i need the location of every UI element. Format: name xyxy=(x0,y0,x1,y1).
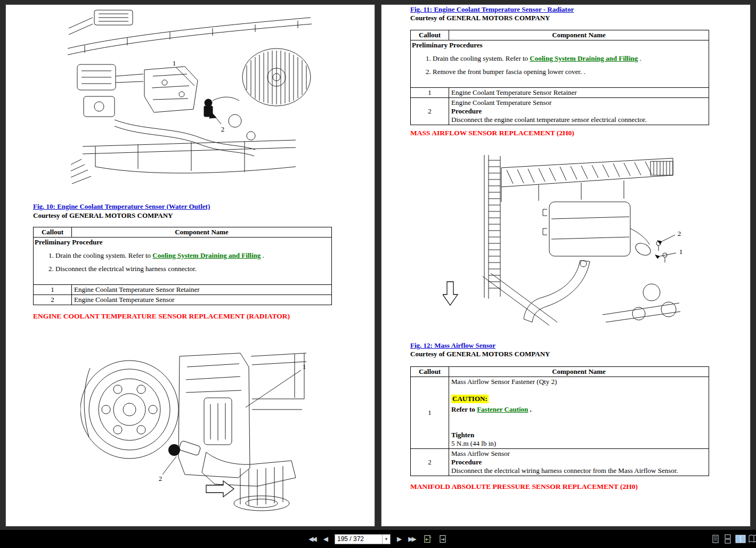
fig12-callout-2: 2 xyxy=(678,230,681,238)
fig10-callout-1: 1 xyxy=(173,59,176,67)
callout-header: Callout xyxy=(411,367,449,377)
callout-header: Callout xyxy=(34,227,72,238)
component-name-header: Component Name xyxy=(72,227,332,238)
pdf-viewer: 1 2 Fig. 10: Engine Coolant Temperature … xyxy=(0,0,756,548)
tighten-value: 5 N.m (44 lb in) xyxy=(451,439,706,448)
next-page-icon[interactable]: ▶ xyxy=(397,536,402,542)
page-spread: 1 2 Fig. 10: Engine Coolant Temperature … xyxy=(0,0,756,530)
refer-line: Refer to Fastener Caution . xyxy=(451,405,706,414)
bottom-toolbar: ◀◀ ◀ ▾ ▶ ▶▶ xyxy=(0,530,756,548)
table-header-row: Callout Component Name xyxy=(411,30,709,40)
next-view-icon[interactable] xyxy=(438,535,448,544)
fig12-callout-1: 1 xyxy=(679,248,683,256)
procedure-text: Disconnect the electrical wiring harness… xyxy=(451,467,706,475)
table-row: 1 Mass Airflow Sensor Fastener (Qty 2) C… xyxy=(411,377,709,449)
table-row: 2 Mass Airflow Sensor Procedure Disconne… xyxy=(411,449,709,476)
left-page: 1 2 Fig. 10: Engine Coolant Temperature … xyxy=(5,4,375,527)
section-heading-maf: MASS AIRFLOW SENSOR REPLACEMENT (2H0) xyxy=(410,129,574,137)
preliminary-title: Preliminary Procedures xyxy=(412,41,708,50)
fastener-caution-link[interactable]: Fastener Caution xyxy=(477,405,528,413)
component-line: Mass Airflow Sensor xyxy=(451,449,706,458)
table-header-row: Callout Component Name xyxy=(411,367,709,377)
component-value: Mass Airflow Sensor Procedure Disconnect… xyxy=(449,449,709,476)
single-page-view-icon[interactable] xyxy=(711,534,720,544)
callout-value: 2 xyxy=(411,98,449,125)
preliminary-title: Preliminary Procedure xyxy=(35,238,330,247)
fig10-table: Callout Component Name Preliminary Proce… xyxy=(33,227,332,305)
fig10-callout-2: 2 xyxy=(221,125,225,133)
component-line: Mass Airflow Sensor Fastener (Qty 2) xyxy=(451,378,706,386)
fig10-diagram: 1 2 xyxy=(63,7,315,192)
callout-value: 1 xyxy=(411,377,449,449)
caution-label: CAUTION: xyxy=(451,395,489,403)
page-navigation: ◀◀ ◀ ▾ ▶ ▶▶ xyxy=(308,534,447,544)
continuous-view-icon[interactable] xyxy=(723,534,733,544)
tighten-label: Tighten xyxy=(451,431,706,439)
callout-value: 2 xyxy=(34,295,72,305)
step-text: 1. Drain the cooling system. Refer to xyxy=(48,251,152,259)
page-dropdown-icon[interactable]: ▾ xyxy=(382,535,390,544)
cooling-system-link[interactable]: Cooling System Draining and Filling xyxy=(530,54,638,62)
component-name-header: Component Name xyxy=(449,30,709,40)
step-text: . xyxy=(638,54,641,62)
procedure-label: Procedure xyxy=(451,107,706,116)
section-heading-map: MANIFOLD ABSOLUTE PRESSURE SENSOR REPLAC… xyxy=(410,482,638,491)
preliminary-row: Preliminary Procedure 1. Drain the cooli… xyxy=(34,238,332,285)
fig12-courtesy: Courtesy of GENERAL MOTORS COMPANY xyxy=(410,350,550,358)
fig11-caption-link[interactable]: Fig. 11: Engine Coolant Temperature Sens… xyxy=(410,5,574,14)
fig10-courtesy: Courtesy of GENERAL MOTORS COMPANY xyxy=(33,211,173,220)
component-line: Engine Coolant Temperature Sensor xyxy=(451,99,706,107)
previous-view-icon[interactable] xyxy=(423,535,432,544)
component-value: Engine Coolant Temperature Sensor Retain… xyxy=(72,285,332,295)
section-heading-radiator: ENGINE COOLANT TEMPERATURE SENSOR REPLAC… xyxy=(33,312,290,321)
page-number-combobox[interactable]: ▾ xyxy=(335,534,391,544)
procedure-text: Disconnect the engine coolant temperatur… xyxy=(451,116,706,124)
step-text: . xyxy=(261,251,264,259)
table-row: 1 Engine Coolant Temperature Sensor Reta… xyxy=(411,88,709,98)
step-2: 2. Disconnect the electrical wiring harn… xyxy=(48,265,330,273)
last-page-icon[interactable]: ▶▶ xyxy=(408,536,416,542)
preliminary-row: Preliminary Procedures 1. Drain the cool… xyxy=(411,40,709,88)
table-header-row: Callout Component Name xyxy=(34,227,332,238)
table-row: 1 Engine Coolant Temperature Sensor Reta… xyxy=(34,285,332,295)
step-2: 2. Remove the front bumper fascia openin… xyxy=(426,68,708,76)
fig10-caption-link[interactable]: Fig. 10: Engine Coolant Temperature Sens… xyxy=(33,202,210,211)
refer-text: . xyxy=(528,405,532,413)
step-1: 1. Drain the cooling system. Refer to Co… xyxy=(48,251,330,260)
step-1: 1. Drain the cooling system. Refer to Co… xyxy=(426,54,708,63)
fig11-table: Callout Component Name Preliminary Proce… xyxy=(410,30,709,125)
fig12-caption-link[interactable]: Fig. 12: Mass Airflow Sensor xyxy=(410,341,495,350)
fig12-diagram: 2 1 xyxy=(443,154,684,333)
facing-pages-view-icon[interactable] xyxy=(735,534,746,544)
table-row: 2 Engine Coolant Temperature Sensor Proc… xyxy=(411,98,709,125)
component-value: Engine Coolant Temperature Sensor Retain… xyxy=(449,88,709,98)
fig12-table: Callout Component Name 1 Mass Airflow Se… xyxy=(410,366,709,476)
book-view-icon[interactable] xyxy=(749,534,756,544)
component-value: Mass Airflow Sensor Fastener (Qty 2) CAU… xyxy=(449,377,709,449)
cooling-system-link[interactable]: Cooling System Draining and Filling xyxy=(152,251,261,259)
caution-line: CAUTION: xyxy=(451,395,706,403)
table-row: 2 Engine Coolant Temperature Sensor xyxy=(34,295,332,305)
callout-value: 1 xyxy=(34,285,72,295)
right-page: Fig. 11: Engine Coolant Temperature Sens… xyxy=(381,4,751,527)
previous-page-icon[interactable]: ◀ xyxy=(323,536,328,542)
fig-radiator-diagram: 1 2 xyxy=(80,335,310,512)
callout-value: 1 xyxy=(411,88,449,98)
component-value: Engine Coolant Temperature Sensor xyxy=(72,295,332,305)
first-page-icon[interactable]: ◀◀ xyxy=(308,536,316,542)
fig-radiator-callout-2: 2 xyxy=(159,475,162,482)
procedure-label: Procedure xyxy=(451,458,706,467)
component-value: Engine Coolant Temperature Sensor Proced… xyxy=(449,98,709,125)
fig11-courtesy: Courtesy of GENERAL MOTORS COMPANY xyxy=(410,14,550,22)
refer-text: Refer to xyxy=(451,405,477,413)
view-mode-icons xyxy=(711,530,756,548)
preliminary-steps: 1. Drain the cooling system. Refer to Co… xyxy=(426,54,708,76)
page-number-input[interactable] xyxy=(335,535,382,543)
fig-radiator-callout-1: 1 xyxy=(303,363,306,371)
preliminary-steps: 1. Drain the cooling system. Refer to Co… xyxy=(48,251,330,273)
callout-value: 2 xyxy=(411,449,449,476)
callout-header: Callout xyxy=(411,30,449,40)
step-text: 1. Drain the cooling system. Refer to xyxy=(426,54,530,62)
component-name-header: Component Name xyxy=(449,367,709,377)
